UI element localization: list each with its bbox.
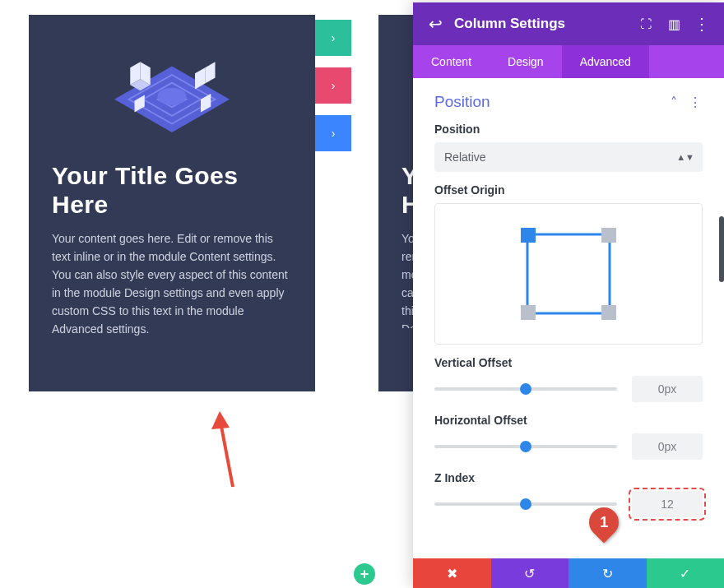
slider-thumb[interactable]	[520, 441, 531, 452]
undo-icon: ↺	[524, 566, 535, 581]
horizontal-offset-label: Horizontal Offset	[434, 414, 703, 427]
content-card[interactable]: Your Title Goes Here Your content goes h…	[29, 15, 315, 391]
edge-tab-red[interactable]: ›	[315, 67, 351, 104]
expand-button[interactable]: ⛶	[632, 10, 660, 38]
panel-footer: ✖ ↺ ↻ ✓	[413, 558, 724, 588]
svg-marker-15	[211, 411, 230, 429]
origin-diagram	[515, 225, 622, 323]
chevron-up-icon: ˄	[671, 95, 677, 110]
vertical-offset-value[interactable]: 0px	[632, 376, 703, 402]
offset-origin-label: Offset Origin	[434, 183, 703, 197]
more-icon: ⋮	[694, 14, 710, 34]
chevron-right-icon: ›	[332, 127, 336, 140]
slider-thumb[interactable]	[520, 498, 531, 510]
panel-title: Column Settings	[454, 16, 632, 32]
origin-handle-br[interactable]	[601, 305, 616, 320]
settings-panel: ↩ Column Settings ⛶ ▥ ⋮ Content Design A…	[413, 2, 724, 588]
svg-point-4	[158, 88, 187, 105]
origin-handle-bl[interactable]	[521, 305, 536, 320]
add-button[interactable]: +	[354, 563, 375, 585]
redo-button[interactable]: ↻	[569, 558, 647, 588]
zindex-row: 12	[434, 491, 703, 517]
check-icon: ✓	[680, 566, 690, 581]
drag-button[interactable]: ▥	[660, 10, 688, 38]
tab-content[interactable]: Content	[413, 45, 490, 78]
position-value: Relative	[444, 150, 486, 164]
tab-advanced[interactable]: Advanced	[562, 45, 649, 78]
cancel-button[interactable]: ✖	[413, 558, 491, 588]
annotation-arrow	[210, 411, 243, 493]
horizontal-offset-value[interactable]: 0px	[632, 433, 703, 460]
zindex-label: Z Index	[434, 471, 703, 484]
origin-handle-tr[interactable]	[601, 228, 616, 243]
panel-tabs: Content Design Advanced	[413, 45, 724, 78]
horizontal-offset-row: 0px	[434, 433, 703, 460]
origin-handle-tl[interactable]	[521, 228, 536, 243]
panel-header: ↩ Column Settings ⛶ ▥ ⋮	[413, 2, 724, 45]
expand-icon: ⛶	[640, 17, 652, 30]
collapse-button[interactable]: ˄	[666, 95, 681, 109]
section-title: Position	[434, 93, 490, 111]
vertical-offset-label: Vertical Offset	[434, 356, 703, 369]
card-title: Your Title Goes Here	[52, 161, 292, 220]
vertical-offset-slider[interactable]	[434, 387, 617, 391]
page-canvas: Your Title Goes Here Your content goes h…	[0, 0, 413, 588]
drag-icon: ▥	[668, 16, 680, 32]
undo-button[interactable]: ↺	[491, 558, 569, 588]
annotation-callout-1: 1	[589, 507, 622, 540]
edge-tab-green[interactable]: ›	[315, 20, 351, 56]
panel-body: Position ˄ ⋮ Position Relative ▲▼ Offset…	[413, 78, 724, 558]
edge-tabs: › › ›	[315, 20, 351, 163]
zindex-value[interactable]: 12	[632, 491, 703, 517]
edge-tab-blue[interactable]: ›	[315, 115, 351, 151]
slider-thumb[interactable]	[520, 383, 531, 395]
caret-icon: ▲▼	[676, 152, 694, 162]
confirm-button[interactable]: ✓	[647, 558, 725, 588]
close-icon: ✖	[447, 566, 457, 581]
horizontal-offset-slider[interactable]	[434, 445, 617, 448]
callout-number: 1	[600, 514, 608, 531]
back-button[interactable]: ↩	[421, 10, 449, 38]
section-header[interactable]: Position ˄ ⋮	[434, 93, 703, 111]
svg-rect-16	[527, 234, 610, 313]
chevron-right-icon: ›	[332, 79, 336, 92]
position-label: Position	[434, 123, 703, 136]
vertical-offset-row: 0px	[434, 376, 703, 402]
illustration-isometric	[98, 35, 246, 150]
back-icon: ↩	[429, 14, 443, 34]
redo-icon: ↻	[602, 566, 613, 581]
zindex-slider[interactable]	[434, 502, 617, 506]
scrollbar[interactable]	[719, 216, 724, 282]
offset-origin-picker[interactable]	[434, 203, 703, 345]
plus-icon: +	[360, 566, 369, 583]
more-button[interactable]: ⋮	[688, 10, 716, 38]
dots-icon: ⋮	[689, 95, 702, 110]
card-body: Your content goes here. Edit or remove t…	[52, 229, 292, 339]
chevron-right-icon: ›	[332, 31, 336, 44]
tab-design[interactable]: Design	[490, 45, 562, 78]
section-more-button[interactable]: ⋮	[688, 95, 703, 109]
position-select[interactable]: Relative ▲▼	[434, 142, 703, 172]
